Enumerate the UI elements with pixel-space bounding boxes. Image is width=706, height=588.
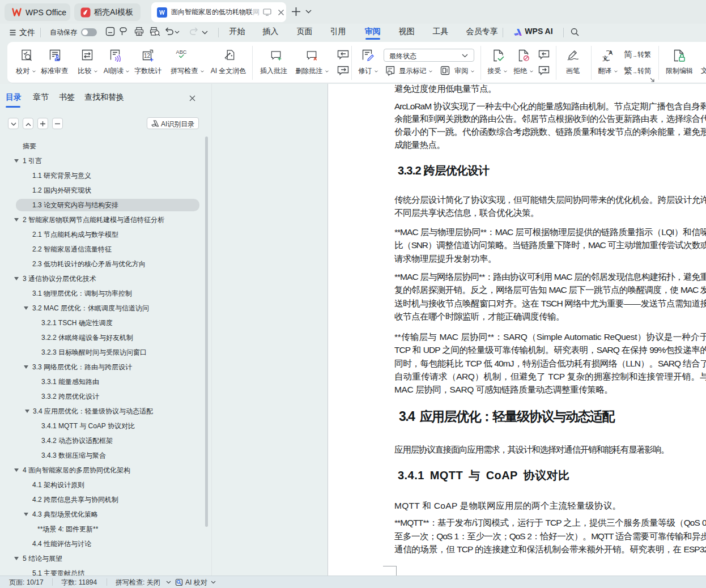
svg-text:12: 12 (144, 53, 151, 59)
svg-text:ABC: ABC (176, 49, 187, 55)
